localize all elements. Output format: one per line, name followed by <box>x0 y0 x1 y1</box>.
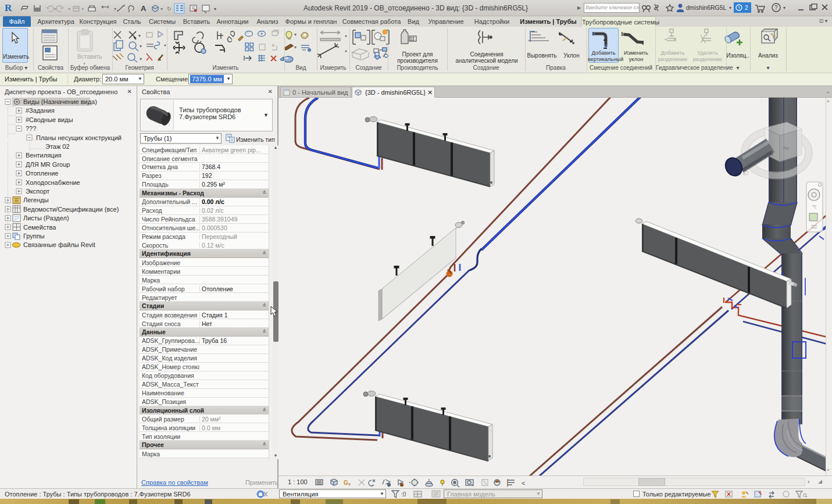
svg-text:▾: ▾ <box>160 6 163 12</box>
svg-text:/1: /1 <box>803 492 808 498</box>
svg-text:Вставить: Вставить <box>77 53 102 60</box>
svg-text:???: ??? <box>26 125 36 132</box>
svg-text:▾: ▾ <box>783 5 785 10</box>
svg-text:Группы: Группы <box>23 233 45 240</box>
svg-text:▾: ▾ <box>54 6 56 12</box>
svg-text:▾: ▾ <box>294 45 297 50</box>
svg-text:Планы несущих конструкций: Планы несущих конструкций <box>36 134 122 141</box>
svg-text:x: x <box>348 481 351 487</box>
svg-text:<: < <box>522 480 525 487</box>
svg-text:Связанные файлы Revit: Связанные файлы Revit <box>23 241 95 248</box>
svg-text:Семейства: Семейства <box>23 224 56 231</box>
svg-text:A: A <box>141 4 147 13</box>
svg-text:#Задания: #Задания <box>26 107 55 114</box>
svg-text:▾: ▾ <box>214 6 216 12</box>
svg-text:R: R <box>5 2 12 13</box>
svg-text:Ведомости/Спецификации (все): Ведомости/Спецификации (все) <box>23 206 119 213</box>
svg-text:2: 2 <box>745 5 748 11</box>
svg-text:▾: ▾ <box>294 32 297 37</box>
svg-text:▾: ▾ <box>68 6 70 12</box>
svg-text:#Сводные виды: #Сводные виды <box>26 116 73 123</box>
svg-text:Легенды: Легенды <box>23 196 49 203</box>
svg-text:Этаж 02: Этаж 02 <box>45 143 70 150</box>
svg-text:Листы (Раздел): Листы (Раздел) <box>23 215 69 221</box>
svg-text:▾: ▾ <box>140 44 142 49</box>
svg-text:Вентиляция: Вентиляция <box>26 152 62 159</box>
svg-text:▾: ▾ <box>114 6 116 12</box>
svg-text:Экспорт: Экспорт <box>26 188 49 195</box>
svg-text:▾: ▾ <box>81 6 84 12</box>
svg-text:▾: ▾ <box>138 33 141 38</box>
svg-text:Виды (Назначение вида): Виды (Назначение вида) <box>23 98 97 105</box>
svg-text:▾: ▾ <box>140 56 142 62</box>
svg-text::0: :0 <box>401 491 406 498</box>
svg-text:ДЛЯ MR Group: ДЛЯ MR Group <box>26 161 70 168</box>
svg-text:Отопление: Отопление <box>26 170 58 177</box>
svg-text:↻: ↻ <box>167 6 172 12</box>
svg-text:▾: ▾ <box>729 5 731 10</box>
svg-text:G: G <box>344 480 348 486</box>
svg-text:?: ? <box>774 5 778 11</box>
svg-text:Холодоснабжение: Холодоснабжение <box>26 179 80 186</box>
svg-text:dmishin6RG5L: dmishin6RG5L <box>686 4 727 11</box>
